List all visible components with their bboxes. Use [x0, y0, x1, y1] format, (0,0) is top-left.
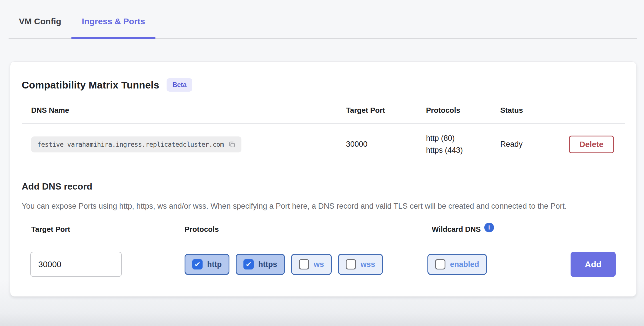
dns-name-pill: festive-varahamihira.ingress.replicatedc…: [31, 136, 241, 152]
checkbox-icon: [299, 259, 309, 269]
protocol-option-label: ws: [314, 260, 324, 269]
protocol-entry: http (80): [426, 134, 500, 143]
protocol-option-label: http: [207, 260, 222, 269]
add-button-wrap: Add: [571, 252, 625, 277]
add-button[interactable]: Add: [571, 252, 616, 277]
protocol-entry: https (443): [426, 146, 500, 155]
col-header-dns-name: DNS Name: [22, 106, 346, 115]
form-header-row: Target Port Protocols Wildcard DNS i: [22, 225, 625, 242]
table-row: festive-varahamihira.ingress.replicatedc…: [22, 124, 625, 165]
beta-badge: Beta: [167, 78, 192, 92]
checkbox-icon: [435, 259, 445, 269]
target-port-label: Target Port: [22, 225, 176, 234]
form-controls-row: http https ws wss enabled: [22, 242, 625, 284]
card-title: Compatibility Matrix Tunnels: [22, 79, 159, 91]
protocol-checkbox-https[interactable]: https: [236, 254, 285, 275]
checkbox-icon: [346, 259, 356, 269]
target-port-input[interactable]: [30, 252, 122, 277]
dns-name-value: festive-varahamihira.ingress.replicatedc…: [37, 141, 224, 148]
tunnels-table: DNS Name Target Port Protocols Status fe…: [22, 106, 625, 165]
wildcard-dns-label-wrap: Wildcard DNS i: [423, 225, 568, 234]
target-port-cell: 30000: [346, 140, 426, 149]
tab-vm-config[interactable]: VM Config: [9, 0, 71, 38]
table-header-row: DNS Name Target Port Protocols Status: [22, 106, 625, 124]
checkbox-icon: [192, 259, 203, 269]
protocols-label: Protocols: [176, 225, 423, 234]
protocol-option-label: https: [258, 260, 277, 269]
protocol-checkbox-http[interactable]: http: [185, 254, 229, 275]
col-header-target-port: Target Port: [346, 106, 426, 115]
tab-ingress-ports[interactable]: Ingress & Ports: [71, 0, 155, 39]
wildcard-dns-label: Wildcard DNS: [432, 225, 481, 234]
dns-name-cell: festive-varahamihira.ingress.replicatedc…: [22, 136, 346, 152]
tab-bar: VM Config Ingress & Ports: [9, 0, 637, 39]
card-header: Compatibility Matrix Tunnels Beta: [22, 62, 625, 92]
wildcard-dns-field: enabled: [423, 254, 568, 275]
checkbox-icon: [243, 259, 254, 269]
protocol-checkbox-ws[interactable]: ws: [291, 254, 332, 275]
protocols-cell: http (80) https (443): [426, 134, 500, 154]
info-icon[interactable]: i: [484, 223, 494, 232]
status-cell: Ready: [500, 140, 568, 149]
col-header-status: Status: [500, 106, 568, 115]
add-dns-section: Add DNS record You can expose Ports usin…: [22, 181, 625, 284]
target-port-field-wrap: [22, 252, 176, 277]
actions-cell: Delete: [569, 136, 625, 153]
protocol-option-label: wss: [361, 260, 375, 269]
protocol-checkbox-wss[interactable]: wss: [338, 254, 383, 275]
copy-icon[interactable]: [228, 140, 236, 149]
delete-button[interactable]: Delete: [569, 136, 614, 153]
wildcard-enabled-checkbox[interactable]: enabled: [427, 254, 487, 275]
col-header-protocols: Protocols: [426, 106, 500, 115]
add-dns-description: You can expose Ports using http, https, …: [22, 200, 616, 212]
add-dns-title: Add DNS record: [22, 181, 625, 192]
wildcard-option-label: enabled: [450, 260, 479, 269]
compatibility-matrix-card: Compatibility Matrix Tunnels Beta DNS Na…: [10, 61, 637, 297]
protocol-options: http https ws wss: [176, 254, 423, 275]
